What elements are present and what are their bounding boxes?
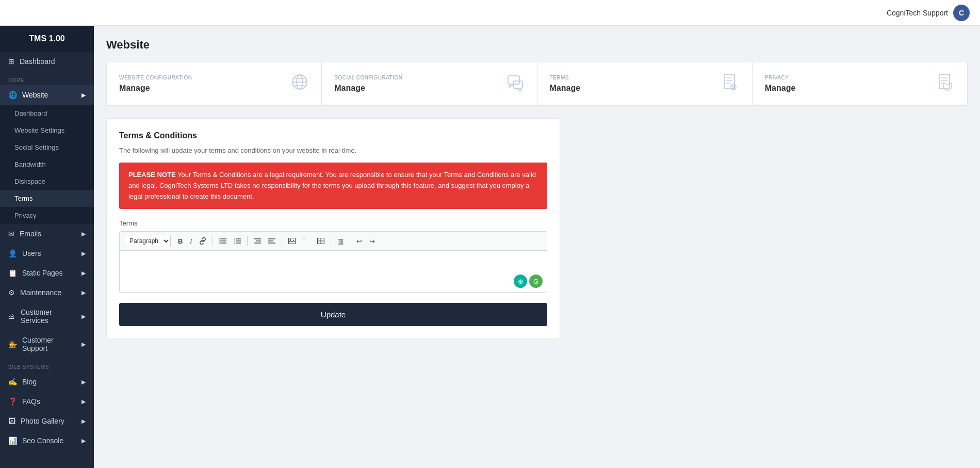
sidebar-item-emails[interactable]: ✉ Emails ▶ [0, 224, 94, 244]
sidebar-item-label: Website [22, 91, 48, 99]
terms-section: Terms & Conditions The following will up… [106, 118, 560, 339]
divider [247, 236, 248, 246]
submenu-item-privacy[interactable]: Privacy [0, 207, 94, 224]
topbar-user: CogniTech Support C [887, 5, 970, 21]
section-title: Terms & Conditions [119, 131, 547, 140]
grammar-tool-button[interactable]: G [529, 275, 543, 288]
card-terms-action: Manage [550, 84, 581, 93]
card-terms[interactable]: TERMS Manage [537, 62, 752, 106]
ai-tool-button[interactable]: ⊕ [514, 275, 527, 288]
photo-gallery-icon: 🖼 [8, 417, 15, 425]
chevron-right-icon: ▶ [81, 231, 86, 237]
sidebar-item-label: Blog [22, 378, 37, 386]
main-content: Website WEBSITE CONFIGURATION Manage [94, 26, 980, 468]
maintenance-icon: ⚙ [8, 288, 15, 297]
sidebar-item-photo-gallery[interactable]: 🖼 Photo Gallery ▶ [0, 411, 94, 431]
card-privacy-action: Manage [765, 84, 796, 93]
sidebar-item-label: Users [22, 249, 41, 257]
seo-console-icon: 📊 [8, 437, 17, 445]
card-social-config-action: Manage [334, 84, 402, 93]
indent-button[interactable] [251, 236, 264, 246]
editor-container: Paragraph Heading 1 Heading 2 Heading 3 … [119, 231, 547, 293]
bold-button[interactable]: B [175, 235, 186, 247]
link-button[interactable] [196, 235, 209, 247]
sidebar-item-seo-console[interactable]: 📊 Seo Console ▶ [0, 431, 94, 450]
svg-point-18 [219, 240, 220, 241]
chevron-right-icon: ▶ [81, 250, 86, 257]
table-button[interactable] [314, 236, 328, 246]
submenu-item-dashboard[interactable]: Dashboard [0, 105, 94, 122]
sidebar-item-label: Static Pages [22, 269, 63, 277]
submenu-item-bandwidth[interactable]: Bandwidth [0, 156, 94, 173]
chevron-right-icon: ▶ [81, 418, 86, 425]
chat-icon [506, 73, 525, 95]
chevron-right-icon: ▶ [81, 379, 86, 385]
card-terms-label: TERMS [550, 75, 581, 80]
card-social-config[interactable]: SOCIAL CONFIGURATION Manage [321, 62, 536, 106]
unordered-list-button[interactable] [216, 236, 230, 246]
chevron-right-icon: ▶ [81, 289, 86, 296]
chevron-right-icon: ▶ [81, 341, 86, 348]
section-description: The following will update your terms and… [119, 147, 547, 154]
terms-doc-icon [721, 73, 740, 95]
blockquote-button[interactable]: " [300, 236, 313, 246]
faqs-icon: ❓ [8, 397, 17, 406]
svg-rect-12 [939, 74, 950, 89]
undo-button[interactable]: ↩ [353, 235, 365, 247]
editor-body[interactable]: ⊕ G [120, 251, 547, 292]
emails-icon: ✉ [8, 230, 14, 238]
sidebar-item-customer-services[interactable]: 🛎 Customer Services ▶ [0, 302, 94, 330]
italic-button[interactable]: I [187, 235, 195, 247]
sidebar-item-label: Customer Support [22, 336, 76, 352]
svg-text:3.: 3. [234, 242, 235, 244]
submenu-item-terms[interactable]: Terms [0, 190, 94, 207]
website-submenu: Dashboard Website Settings Social Settin… [0, 105, 94, 224]
sidebar-item-label: Emails [20, 230, 41, 238]
sidebar-item-static-pages[interactable]: 📋 Static Pages ▶ [0, 263, 94, 283]
submenu-item-diskspace[interactable]: Diskspace [0, 173, 94, 190]
svg-point-16 [219, 238, 220, 239]
update-button[interactable]: Update [119, 303, 547, 326]
sidebar-item-customer-support[interactable]: 💁 Customer Support ▶ [0, 330, 94, 358]
card-social-config-label: SOCIAL CONFIGURATION [334, 75, 402, 80]
sidebar-item-label: Dashboard [20, 57, 55, 66]
globe-icon [290, 73, 309, 95]
divider [213, 236, 213, 246]
redo-button[interactable]: ↪ [366, 235, 378, 247]
page-title: Website [106, 38, 968, 52]
sidebar-item-dashboard[interactable]: ⊞ Dashboard [0, 52, 94, 71]
sidebar-item-label: Photo Gallery [21, 417, 64, 425]
sidebar-item-blog[interactable]: ✍ Blog ▶ [0, 372, 94, 392]
privacy-icon [936, 73, 955, 95]
media-button[interactable]: ▥ [334, 235, 347, 247]
chevron-right-icon: ▶ [81, 438, 86, 444]
static-pages-icon: 📋 [8, 269, 17, 277]
chevron-right-icon: ▶ [81, 270, 86, 277]
sidebar-item-faqs[interactable]: ❓ FAQs ▶ [0, 392, 94, 411]
sidebar-item-label: FAQs [22, 397, 40, 406]
website-icon: 🌐 [8, 91, 17, 99]
card-privacy[interactable]: PRIVACY Manage [752, 62, 968, 106]
chevron-right-icon: ▶ [81, 313, 86, 320]
svg-point-35 [290, 239, 291, 241]
avatar[interactable]: C [953, 5, 970, 21]
topbar: CogniTech Support C [0, 0, 980, 26]
customer-services-icon: 🛎 [8, 312, 15, 320]
sidebar-item-maintenance[interactable]: ⚙ Maintenance ▶ [0, 283, 94, 302]
sidebar-item-website[interactable]: 🌐 Website ▶ [0, 85, 94, 105]
card-website-config-action: Manage [119, 84, 192, 93]
ordered-list-button[interactable]: 1.2.3. [231, 236, 244, 246]
submenu-item-website-settings[interactable]: Website Settings [0, 122, 94, 139]
divider [282, 236, 282, 246]
sidebar-item-users[interactable]: 👤 Users ▶ [0, 244, 94, 263]
submenu-item-social-settings[interactable]: Social Settings [0, 139, 94, 156]
cards-row: WEBSITE CONFIGURATION Manage SOCIAL CONF… [106, 62, 968, 106]
web-systems-section-label: WEB SYSTEMS [0, 358, 94, 372]
card-website-config[interactable]: WEBSITE CONFIGURATION Manage [106, 62, 321, 106]
core-section-label: CORE [0, 71, 94, 85]
sidebar-item-label: Seo Console [22, 437, 63, 445]
outdent-button[interactable] [265, 236, 279, 246]
format-selector[interactable]: Paragraph Heading 1 Heading 2 Heading 3 … [124, 235, 171, 247]
image-button[interactable] [285, 236, 299, 246]
sidebar: TMS 1.00 ⊞ Dashboard CORE 🌐 Website ▶ Da… [0, 26, 94, 468]
